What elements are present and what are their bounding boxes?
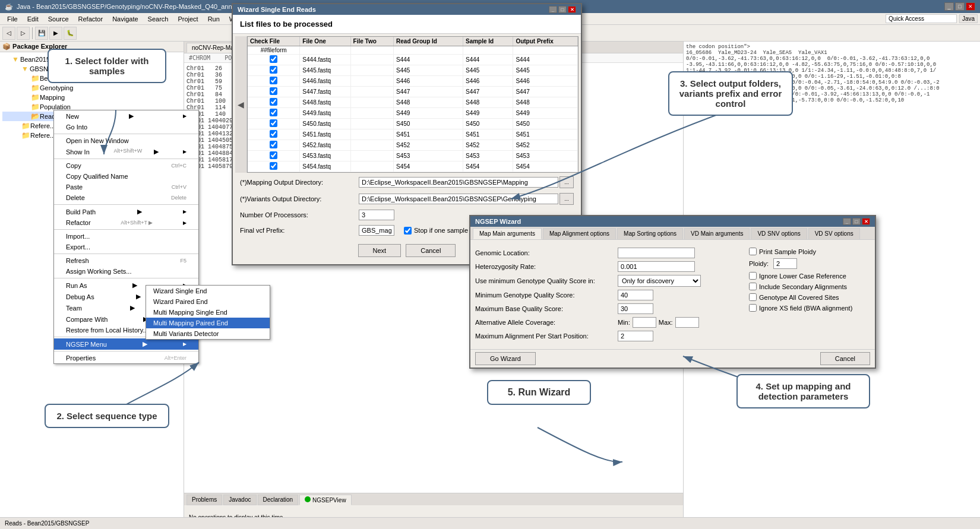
ctx-delete[interactable]: DeleteDelete bbox=[54, 192, 198, 203]
row-checkbox[interactable] bbox=[270, 66, 277, 74]
go-wizard-button[interactable]: Go Wizard bbox=[475, 352, 536, 365]
ctx-import[interactable]: Import... bbox=[54, 231, 198, 242]
ignore-xs-checkbox[interactable] bbox=[749, 304, 757, 312]
genomic-location-input[interactable] bbox=[618, 248, 695, 258]
ngsep-minimize[interactable]: _ bbox=[843, 218, 851, 225]
tab-vd-main[interactable]: VD Main arguments bbox=[684, 228, 750, 239]
row-checkbox[interactable] bbox=[270, 98, 277, 106]
submenu-wizard-single-end[interactable]: Wizard Single End bbox=[146, 286, 270, 296]
stop-checkbox[interactable] bbox=[404, 227, 412, 235]
tree-item-genotyping[interactable]: 📁 Genotyping bbox=[2, 83, 181, 93]
menu-search[interactable]: Search bbox=[143, 14, 173, 24]
mapping-browse-button[interactable]: ... bbox=[559, 176, 574, 188]
tab-ngsepview[interactable]: NGSEPView bbox=[299, 495, 352, 505]
menu-project[interactable]: Project bbox=[173, 14, 203, 24]
col-file-one[interactable]: File One bbox=[300, 37, 350, 46]
tab-problems[interactable]: Problems bbox=[186, 495, 222, 505]
tab-map-main[interactable]: Map Main arguments bbox=[473, 228, 542, 239]
variants-output-input[interactable] bbox=[359, 194, 558, 204]
ignore-lc-checkbox[interactable] bbox=[749, 272, 757, 280]
ngsep-maximize[interactable]: □ bbox=[852, 218, 861, 225]
ngsep-cancel-button[interactable]: Cancel bbox=[820, 352, 870, 365]
menu-file[interactable]: File bbox=[2, 14, 23, 24]
ctx-build-path[interactable]: Build Path▶ bbox=[54, 206, 198, 217]
ctx-export[interactable]: Export... bbox=[54, 242, 198, 252]
submenu-multi-mapping-paired-end[interactable]: Multi Mapping Paired End bbox=[146, 318, 270, 328]
ctx-open-new-window[interactable]: Open in New Window bbox=[54, 135, 198, 146]
menu-navigate[interactable]: Navigate bbox=[108, 14, 143, 24]
menu-run[interactable]: Run bbox=[203, 14, 225, 24]
maximize-button[interactable]: □ bbox=[955, 2, 965, 11]
ctx-show-in[interactable]: Show InAlt+Shift+W▶ bbox=[54, 146, 198, 157]
row-checkbox[interactable] bbox=[270, 151, 277, 159]
row-checkbox[interactable] bbox=[270, 162, 277, 170]
tree-item-mapping[interactable]: 📁 Mapping bbox=[2, 93, 181, 102]
col-sample-id[interactable]: Sample Id bbox=[463, 37, 513, 46]
menu-edit[interactable]: Edit bbox=[23, 14, 43, 24]
row-checkbox[interactable] bbox=[270, 87, 277, 95]
row-check[interactable] bbox=[248, 55, 300, 65]
wizard-maximize[interactable]: □ bbox=[558, 6, 567, 13]
het-rate-input[interactable] bbox=[618, 261, 695, 272]
ctx-refactor[interactable]: RefactorAlt+Shift+T ▶ bbox=[54, 217, 198, 228]
ctx-refresh[interactable]: RefreshF5 bbox=[54, 255, 198, 266]
menu-source[interactable]: Source bbox=[43, 14, 74, 24]
ploidy-input[interactable] bbox=[773, 258, 797, 269]
ctx-go-into[interactable]: Go Into bbox=[54, 122, 198, 132]
ctx-copy-qualified[interactable]: Copy Qualified Name bbox=[54, 171, 198, 182]
print-ploidy-checkbox[interactable] bbox=[749, 248, 757, 255]
max-align-input[interactable] bbox=[618, 331, 653, 341]
col-read-group[interactable]: Read Group Id bbox=[394, 37, 463, 46]
toolbar-save[interactable]: 💾 bbox=[35, 27, 48, 40]
ctx-ngsep-menu[interactable]: NGSEP Menu▶ bbox=[54, 338, 198, 350]
tab-vd-snv[interactable]: VD SNV options bbox=[751, 228, 807, 239]
quick-access-input[interactable] bbox=[886, 14, 957, 23]
tab-javadoc[interactable]: Javadoc bbox=[223, 495, 256, 505]
col-check-file[interactable]: Check File bbox=[248, 37, 300, 46]
ngsep-close[interactable]: ✕ bbox=[862, 218, 870, 225]
cancel-button[interactable]: Cancel bbox=[406, 244, 456, 257]
max-bq-input[interactable] bbox=[618, 303, 653, 314]
submenu-multi-mapping-single-end[interactable]: Multi Mapping Single End bbox=[146, 307, 270, 318]
ctx-paste[interactable]: PasteCtrl+V bbox=[54, 182, 198, 192]
vcf-prefix-input[interactable] bbox=[359, 225, 394, 236]
ctx-copy[interactable]: CopyCtrl+C bbox=[54, 160, 198, 171]
submenu-wizard-paired-end[interactable]: Wizard Paired End bbox=[146, 296, 270, 307]
toolbar-debug[interactable]: 🐛 bbox=[64, 27, 77, 40]
row-checkbox[interactable] bbox=[270, 119, 277, 127]
tab-vd-sv[interactable]: VD SV options bbox=[808, 228, 860, 239]
include-secondary-checkbox[interactable] bbox=[749, 283, 757, 290]
java-perspective-btn[interactable]: Java bbox=[959, 14, 978, 23]
alt-allele-max[interactable] bbox=[675, 317, 699, 328]
ctx-assign-working-sets[interactable]: Assign Working Sets... bbox=[54, 266, 198, 277]
ctx-new[interactable]: New▶ bbox=[54, 110, 198, 122]
ctx-properties[interactable]: PropertiesAlt+Enter bbox=[54, 353, 198, 363]
variants-browse-button[interactable]: ... bbox=[559, 193, 574, 205]
menu-refactor[interactable]: Refactor bbox=[74, 14, 108, 24]
toolbar-run[interactable]: ▶ bbox=[49, 27, 62, 40]
next-button[interactable]: Next bbox=[358, 244, 402, 257]
toolbar-btn-1[interactable]: ◁ bbox=[2, 27, 15, 40]
tab-map-alignment[interactable]: Map Alignment options bbox=[543, 228, 616, 239]
genotype-all-checkbox[interactable] bbox=[749, 293, 757, 301]
processors-input[interactable] bbox=[359, 210, 394, 220]
scroll-left-btn[interactable]: ◀ bbox=[235, 36, 247, 173]
row-checkbox[interactable] bbox=[270, 77, 277, 84]
toolbar-btn-2[interactable]: ▷ bbox=[17, 27, 30, 40]
alt-allele-min[interactable] bbox=[633, 317, 656, 328]
row-checkbox[interactable] bbox=[270, 141, 277, 148]
close-button[interactable]: ✕ bbox=[966, 2, 975, 11]
row-checkbox[interactable] bbox=[270, 130, 277, 138]
col-output-prefix[interactable]: Output Prefix bbox=[513, 37, 578, 46]
tab-map-sorting[interactable]: Map Sorting options bbox=[617, 228, 683, 239]
tab-declaration[interactable]: Declaration bbox=[258, 495, 299, 505]
wizard-minimize[interactable]: _ bbox=[549, 6, 557, 13]
col-file-two[interactable]: File Two bbox=[350, 37, 393, 46]
mapping-output-input[interactable] bbox=[359, 177, 558, 188]
minimize-button[interactable]: _ bbox=[944, 2, 954, 11]
wizard-close[interactable]: ✕ bbox=[568, 6, 576, 13]
min-gq-select[interactable]: Only for discovery Always Never bbox=[618, 275, 701, 287]
submenu-multi-variants-detector[interactable]: Multi Variants Detector bbox=[146, 328, 270, 339]
min-gq-score-input[interactable] bbox=[618, 290, 653, 300]
row-checkbox[interactable] bbox=[270, 109, 277, 116]
